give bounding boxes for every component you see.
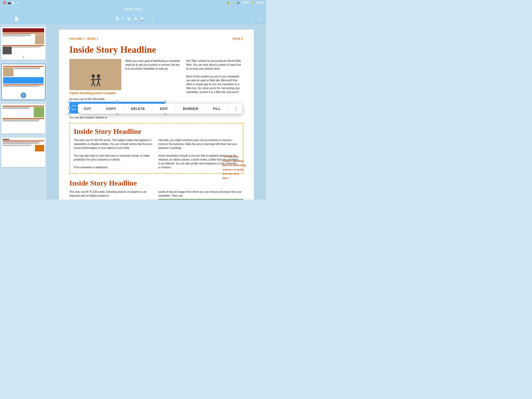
section-3-grid: This story can fit 75-125 words. Selecti… [69, 190, 243, 200]
page-thumb-2[interactable]: 2 [1, 27, 45, 60]
app-title: Inside Story [123, 7, 143, 11]
thumb-redbar [3, 28, 44, 32]
bluetooth-icon: ⚡ [232, 1, 235, 4]
article-grid: Caption describing picture or graphic. W… [69, 59, 243, 95]
quote-box: "To catch the reader's attention, place … [223, 154, 246, 180]
context-toolbar: CUT COPY DELETE EDIT BORDER FILL ⋮ [78, 104, 242, 114]
export-button[interactable]: ⬡ [257, 15, 263, 22]
t-line [3, 108, 29, 108]
thumb-headline-3b [3, 84, 44, 85]
app-icon-1: 🎯 [3, 1, 6, 4]
status-bar-left: 🎯 📷 ▶ ••• [3, 1, 19, 4]
t-line [3, 120, 38, 121]
volume-info: VOLUME 1, ISSUE 1 [69, 37, 98, 40]
ctx-divider-1 [98, 106, 99, 111]
thumb-selected-3 [3, 77, 44, 84]
thumb-content-2 [3, 28, 44, 54]
section-3-right: sands of clip art images from which you … [158, 190, 244, 200]
battery-icon: ⚡ [251, 1, 255, 4]
t-line [14, 69, 40, 69]
t-line [3, 145, 31, 145]
handle-tr[interactable] [164, 101, 166, 103]
volume-icon: 🔊 [237, 1, 241, 4]
thumb-headline-4 [3, 106, 44, 107]
bottom-img-svg [158, 199, 244, 200]
status-bar: 🎯 📷 ▶ ••• 🔒 ⚡ 🔊 100% ⚡ 21:24 [0, 0, 266, 5]
fill-button[interactable]: FILL [211, 106, 223, 112]
bold-button[interactable]: B [115, 16, 120, 22]
section-3-text-right: sands of clip art images from which you … [158, 190, 244, 198]
thumb-img-dark [3, 46, 12, 54]
ctx-divider-2 [123, 106, 124, 111]
border-button[interactable]: BORDER [181, 106, 200, 112]
thumb-main-headline-3 [3, 66, 44, 67]
handle-tl[interactable] [68, 101, 70, 103]
text-below-content: You can also research articles or [69, 116, 107, 119]
t-line [3, 144, 32, 144]
cut-button[interactable]: CUT [82, 106, 93, 112]
thumb-content-3 [3, 65, 44, 91]
italic-button[interactable]: I [121, 16, 125, 22]
ctx-divider-6 [228, 106, 228, 111]
add-button[interactable]: + [249, 15, 254, 22]
toolbar-center: B I U A A - ≡ [115, 16, 155, 22]
t-line [3, 35, 30, 35]
handle-ml[interactable] [68, 107, 70, 109]
document-button[interactable]: 📄 [12, 15, 21, 22]
app-icon-3: ▶ [12, 1, 15, 4]
thumb-orange-img [35, 145, 44, 151]
battery-percent: 100% [242, 1, 249, 4]
t-line [3, 34, 31, 35]
thumb-headline-4b [3, 118, 44, 119]
text-above-content: his story can fit 150-200 words. [69, 98, 105, 101]
article-mid-col: While your main goal of distributing a n… [125, 59, 182, 95]
back-button[interactable]: ← [3, 15, 10, 22]
copy-button[interactable]: COPY [104, 106, 118, 112]
top-bar: Inside Story [0, 5, 266, 13]
underline-button[interactable]: U [126, 16, 132, 22]
svg-rect-0 [85, 62, 106, 88]
format-separator: - [147, 17, 148, 21]
delete-button[interactable]: DELETE [129, 106, 147, 112]
toolbar-right: + ⬡ [249, 15, 263, 22]
ctx-divider-3 [152, 106, 152, 111]
page-badge-3: 3 [21, 92, 26, 98]
status-dots: ••• [16, 1, 19, 4]
t-line [3, 143, 38, 143]
t-line [3, 35, 31, 36]
status-bar-right: 🔒 ⚡ 🔊 100% ⚡ 21:24 [227, 1, 263, 4]
strikethrough-button[interactable]: A [133, 16, 138, 22]
edit-button[interactable]: EDIT [158, 106, 170, 112]
handle-tm[interactable] [116, 101, 118, 103]
thumb-img-4 [34, 107, 44, 117]
page-thumb-3[interactable]: 3 [1, 64, 45, 100]
section-3: Inside Story Headline This story can fit… [69, 179, 243, 200]
t-line [3, 143, 39, 144]
t-line [3, 108, 30, 109]
content-area[interactable]: VOLUME 1, ISSUE 1 PAGE 3 Inside Story He… [47, 24, 266, 200]
handle-bl[interactable] [68, 112, 70, 115]
t-line [3, 119, 40, 120]
toolbar: ← 📄 B I U A A - ≡ + ⬡ [0, 13, 266, 24]
t-line [3, 146, 30, 146]
main-layout: 2 3 [0, 24, 266, 200]
section-2-dashed: Inside Story Headline This story can fit… [69, 123, 243, 174]
more-button[interactable]: ⋮ [234, 106, 238, 112]
svg-rect-13 [175, 199, 227, 200]
caption-box: Caption describing picture or graphic. [69, 91, 121, 95]
section-3-headline[interactable]: Inside Story Headline [69, 179, 243, 187]
section-3-text-left: This story can fit 75-125 words. Selecti… [69, 190, 155, 200]
lock-icon: 🔒 [227, 1, 230, 4]
page-thumb-4[interactable] [1, 104, 45, 134]
align-button[interactable]: ≡ [150, 16, 155, 22]
text-color-button[interactable]: A [139, 16, 145, 22]
page-thumb-5[interactable] [1, 137, 45, 167]
section-2-headline[interactable]: Inside Story Headline [74, 127, 239, 136]
text-below-selection: You can also research articles or [69, 116, 243, 119]
thumb-headline-2 [3, 33, 44, 34]
article-text-1: While your main goal of distributing a n… [125, 59, 182, 71]
article-right-col: find "filler" articles by accessing the … [186, 59, 243, 95]
section-2-text-left: This story can fit 100-150 words. The su… [74, 138, 155, 169]
page-num-2: 2 [3, 55, 44, 58]
main-headline[interactable]: Inside Story Headline [69, 44, 243, 55]
